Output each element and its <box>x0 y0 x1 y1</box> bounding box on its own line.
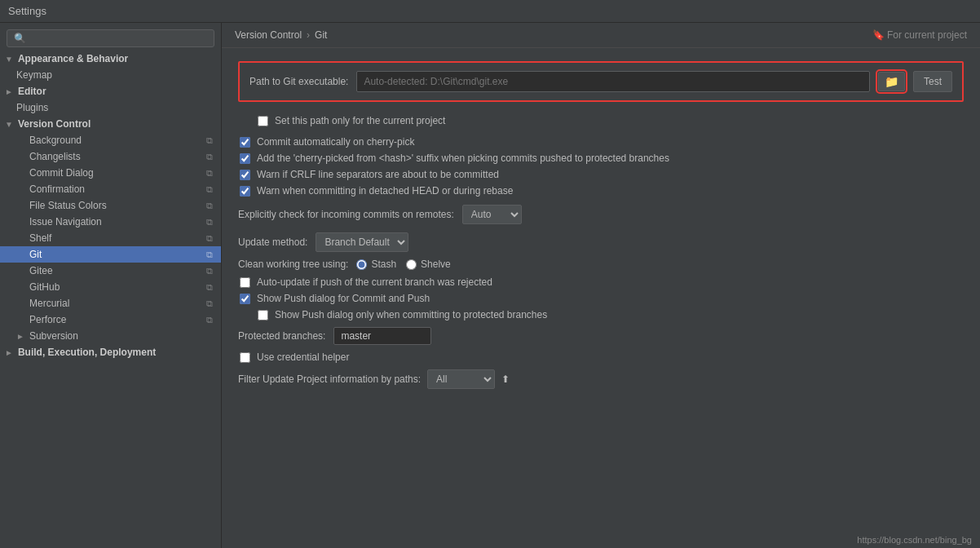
sidebar-item-label: Version Control <box>18 118 90 130</box>
sidebar-item-label: Gitee <box>29 265 53 276</box>
checkbox-crlf-row: Warn if CRLF line separators are about t… <box>238 169 964 180</box>
sidebar-item-plugins[interactable]: Plugins <box>0 99 221 116</box>
checkbox-cherry-pick-label: Commit automatically on cherry-pick <box>257 136 414 148</box>
browse-button[interactable]: 📁 <box>878 72 905 91</box>
sidebar-item-label: Changelists <box>29 151 81 162</box>
sidebar-item-git[interactable]: Git⧉ <box>0 246 221 263</box>
sidebar-item-label: Build, Execution, Deployment <box>18 347 156 358</box>
title-bar-text: Settings <box>8 5 46 17</box>
protected-branches-row: Protected branches: <box>238 327 964 345</box>
sidebar-item-changelists[interactable]: Changelists⧉ <box>0 148 221 165</box>
checkbox-auto-update-label: Auto-update if push of the current branc… <box>257 276 492 288</box>
sidebar-item-keymap[interactable]: Keymap <box>0 67 221 83</box>
sidebar-item-gitee[interactable]: Gitee⧉ <box>0 263 221 279</box>
checkbox-cherry-pick[interactable] <box>240 137 250 148</box>
checkbox-push-dialog[interactable] <box>240 294 250 304</box>
bottom-url: https://blog.csdn.net/bing_bg <box>849 532 980 548</box>
sidebar-item-confirmation[interactable]: Confirmation⧉ <box>0 181 221 197</box>
sidebar-item-label: Git <box>29 249 42 260</box>
copy-icon: ⧉ <box>206 315 213 325</box>
radio-shelve-row: Shelve <box>406 259 451 270</box>
checkbox-auto-update-row: Auto-update if push of the current branc… <box>238 276 964 288</box>
checkbox-current-project[interactable] <box>258 116 268 126</box>
sidebar-tree: ▼Appearance & BehaviorKeymap►EditorPlugi… <box>0 51 221 360</box>
copy-icon: ⧉ <box>206 184 213 195</box>
path-input[interactable] <box>356 71 870 92</box>
protected-branches-input[interactable] <box>333 327 431 345</box>
checkbox-cherry-pick-row: Commit automatically on cherry-pick <box>238 136 964 148</box>
sidebar-item-perforce[interactable]: Perforce⧉ <box>0 312 221 328</box>
filter-label: Filter Update Project information by pat… <box>238 373 421 385</box>
sidebar-item-background[interactable]: Background⧉ <box>0 132 221 148</box>
git-path-section: Path to Git executable: 📁 Test <box>238 61 964 102</box>
test-button[interactable]: Test <box>913 71 952 92</box>
title-bar: Settings <box>0 0 980 23</box>
incoming-commits-label: Explicitly check for incoming commits on… <box>238 209 454 220</box>
clean-tree-radio-group: Stash Shelve <box>356 259 450 270</box>
search-input[interactable] <box>29 33 207 44</box>
checkbox-cherry-suffix-label: Add the 'cherry-picked from <hash>' suff… <box>257 152 669 164</box>
sidebar-item-label: Shelf <box>29 232 51 244</box>
sidebar-item-label: Background <box>29 135 82 146</box>
sidebar-item-label: Mercurial <box>29 298 69 309</box>
checkbox-auto-update[interactable] <box>240 277 250 288</box>
checkbox-cherry-suffix-row: Add the 'cherry-picked from <hash>' suff… <box>238 152 964 164</box>
content-panel: Version Control › Git 🔖 For current proj… <box>222 23 980 548</box>
sidebar-item-label: File Status Colors <box>29 200 107 211</box>
breadcrumb-git: Git <box>315 29 327 41</box>
sidebar-item-editor[interactable]: ►Editor <box>0 83 221 99</box>
checkbox-push-protected[interactable] <box>258 310 268 320</box>
search-icon: 🔍 <box>14 33 26 44</box>
copy-icon: ⧉ <box>206 135 213 146</box>
content-body: Path to Git executable: 📁 Test Set this … <box>222 48 980 409</box>
sidebar-item-github[interactable]: GitHub⧉ <box>0 279 221 295</box>
sidebar-item-build-execution[interactable]: ►Build, Execution, Deployment <box>0 344 221 360</box>
sidebar-item-file-status-colors[interactable]: File Status Colors⧉ <box>0 197 221 214</box>
sidebar: 🔍 ▼Appearance & BehaviorKeymap►EditorPlu… <box>0 23 222 548</box>
sidebar-item-issue-navigation[interactable]: Issue Navigation⧉ <box>0 214 221 230</box>
incoming-commits-row: Explicitly check for incoming commits on… <box>238 205 964 224</box>
search-box[interactable]: 🔍 <box>7 29 214 47</box>
checkbox-push-protected-row: Show Push dialog only when committing to… <box>238 309 964 320</box>
checkbox-current-project-label: Set this path only for the current proje… <box>275 115 445 126</box>
sidebar-item-label: Issue Navigation <box>29 216 102 228</box>
sidebar-item-label: Editor <box>18 86 46 97</box>
copy-icon: ⧉ <box>206 201 213 211</box>
clean-tree-label: Clean working tree using: <box>238 259 348 270</box>
copy-icon: ⧉ <box>206 250 213 260</box>
checkbox-crlf[interactable] <box>240 170 250 180</box>
filter-arrow: ⬆ <box>501 373 510 385</box>
incoming-commits-dropdown[interactable]: Auto Always Never <box>462 205 522 224</box>
breadcrumb: Version Control › Git 🔖 For current proj… <box>222 23 980 48</box>
protected-branches-label: Protected branches: <box>238 330 325 342</box>
sidebar-item-commit-dialog[interactable]: Commit Dialog⧉ <box>0 165 221 181</box>
copy-icon: ⧉ <box>206 152 213 162</box>
update-method-row: Update method: Branch Default Rebase Mer… <box>238 232 964 252</box>
update-method-dropdown[interactable]: Branch Default Rebase Merge <box>316 232 408 252</box>
checkbox-credential-row: Use credential helper <box>238 351 964 363</box>
radio-shelve-label: Shelve <box>421 259 451 270</box>
checkbox-detached-head[interactable] <box>240 186 250 197</box>
checkbox-cherry-suffix[interactable] <box>240 153 250 164</box>
sidebar-item-shelf[interactable]: Shelf⧉ <box>0 230 221 246</box>
sidebar-item-label: Confirmation <box>29 183 85 195</box>
sidebar-item-label: GitHub <box>29 281 60 293</box>
filter-dropdown[interactable]: All Changed None <box>427 369 495 389</box>
sidebar-item-label: Subversion <box>29 330 78 342</box>
sidebar-item-version-control[interactable]: ▼Version Control <box>0 116 221 132</box>
checkbox-crlf-label: Warn if CRLF line separators are about t… <box>257 169 499 180</box>
sidebar-item-label: Appearance & Behavior <box>18 53 128 64</box>
radio-stash-label: Stash <box>371 259 396 270</box>
expand-arrow: ▼ <box>5 120 13 129</box>
sidebar-item-appearance[interactable]: ▼Appearance & Behavior <box>0 51 221 67</box>
sidebar-item-label: Perforce <box>29 314 66 325</box>
copy-icon: ⧉ <box>206 298 213 309</box>
clean-tree-row: Clean working tree using: Stash Shelve <box>238 259 964 270</box>
copy-icon: ⧉ <box>206 233 213 244</box>
checkbox-credential[interactable] <box>240 352 250 363</box>
sidebar-item-mercurial[interactable]: Mercurial⧉ <box>0 295 221 312</box>
sidebar-item-subversion[interactable]: ►Subversion <box>0 328 221 344</box>
radio-shelve[interactable] <box>406 259 417 270</box>
radio-stash-row: Stash <box>356 259 396 270</box>
radio-stash[interactable] <box>356 259 367 270</box>
